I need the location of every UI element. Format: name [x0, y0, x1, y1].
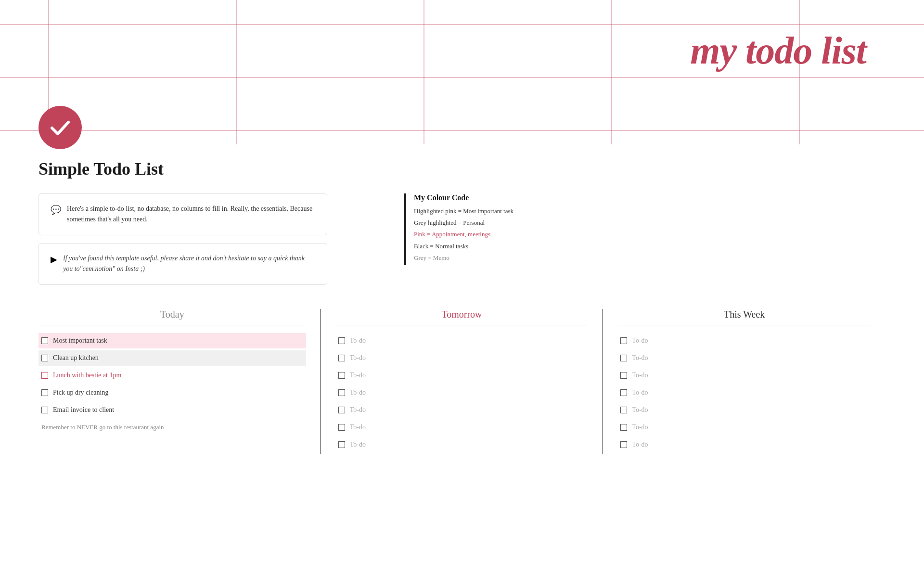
checkbox-tomorrow-7[interactable]	[338, 441, 345, 448]
todo-text-tomorrow-5: To-do	[350, 406, 366, 414]
info-box-2-text: If you've found this template useful, pl…	[63, 253, 315, 275]
todo-item-week-2: To-do	[617, 350, 871, 366]
colour-code-item-4: Black = Normal tasks	[414, 242, 539, 251]
todo-item-today-1: Most important task	[38, 333, 306, 348]
checkbox-week-5[interactable]	[620, 407, 627, 413]
colour-code-item-3: Pink = Appointment, meetings	[414, 230, 539, 239]
main-content: Simple Todo List 💬 Here's a simple to-do…	[0, 106, 924, 483]
todo-text-week-6: To-do	[632, 423, 648, 431]
info-box-description: 💬 Here's a simple to-do list, no databas…	[38, 193, 327, 235]
logo-icon	[38, 106, 82, 149]
todo-text-tomorrow-6: To-do	[350, 423, 366, 431]
todo-text-today-2: Clean up kitchen	[53, 354, 99, 362]
todo-item-tomorrow-5: To-do	[335, 402, 589, 418]
todo-text-tomorrow-7: To-do	[350, 441, 366, 449]
todo-item-tomorrow-6: To-do	[335, 420, 589, 435]
todo-text-week-7: To-do	[632, 441, 648, 449]
todo-item-week-4: To-do	[617, 385, 871, 400]
colour-code-item-2: Grey highlighted = Personal	[414, 218, 539, 227]
todo-text-tomorrow-4: To-do	[350, 389, 366, 397]
todo-item-today-5: Email invoice to client	[38, 402, 306, 418]
arrow-icon: ▶	[51, 254, 57, 265]
checkbox-week-7[interactable]	[620, 441, 627, 448]
todo-item-week-3: To-do	[617, 368, 871, 383]
app-title: Simple Todo List	[38, 159, 886, 179]
info-box-share: ▶ If you've found this template useful, …	[38, 243, 327, 285]
todo-text-tomorrow-3: To-do	[350, 372, 366, 379]
todo-col-this-week: This Week To-do To-do To-do To-do To-do	[603, 309, 886, 454]
chat-icon: 💬	[51, 205, 61, 215]
todo-item-tomorrow-7: To-do	[335, 437, 589, 452]
todo-col-today: Today Most important task Clean up kitch…	[38, 309, 321, 454]
tomorrow-title: Tomorrow	[335, 309, 589, 325]
info-box-2-content: ▶ If you've found this template useful, …	[51, 253, 315, 275]
todo-item-today-2: Clean up kitchen	[38, 350, 306, 366]
info-box-1-content: 💬 Here's a simple to-do list, no databas…	[51, 204, 315, 225]
checkmark-icon	[48, 115, 72, 140]
todo-text-tomorrow-1: To-do	[350, 337, 366, 345]
todo-col-tomorrow: Tomorrow To-do To-do To-do To-do To-do	[321, 309, 603, 454]
todo-item-tomorrow-4: To-do	[335, 385, 589, 400]
todo-text-today-1: Most important task	[53, 337, 107, 345]
checkbox-week-1[interactable]	[620, 337, 627, 344]
checkbox-today-3[interactable]	[41, 372, 48, 379]
checkbox-today-5[interactable]	[41, 407, 48, 413]
checkbox-week-2[interactable]	[620, 355, 627, 361]
todo-item-tomorrow-1: To-do	[335, 333, 589, 348]
todo-item-week-7: To-do	[617, 437, 871, 452]
todo-item-week-1: To-do	[617, 333, 871, 348]
grid-h-line	[0, 24, 924, 25]
todo-item-week-6: To-do	[617, 420, 871, 435]
checkbox-tomorrow-2[interactable]	[338, 355, 345, 361]
checkbox-today-2[interactable]	[41, 355, 48, 361]
grid-h-line	[0, 77, 924, 78]
info-box-1-text: Here's a simple to-do list, no database,…	[67, 204, 315, 225]
todo-text-tomorrow-2: To-do	[350, 354, 366, 362]
checkbox-tomorrow-1[interactable]	[338, 337, 345, 344]
checkbox-today-1[interactable]	[41, 337, 48, 344]
todo-text-week-5: To-do	[632, 406, 648, 414]
todo-text-today-5: Email invoice to client	[53, 406, 114, 414]
checkbox-tomorrow-4[interactable]	[338, 389, 345, 396]
todo-text-week-2: To-do	[632, 354, 648, 362]
today-title: Today	[38, 309, 306, 325]
todo-item-today-3: Lunch with bestie at 1pm	[38, 368, 306, 383]
page-title: my todo list	[690, 29, 866, 73]
checkbox-week-3[interactable]	[620, 372, 627, 379]
colour-code-title: My Colour Code	[414, 193, 539, 202]
checkbox-week-6[interactable]	[620, 424, 627, 431]
checkbox-today-4[interactable]	[41, 389, 48, 396]
info-and-code-row: 💬 Here's a simple to-do list, no databas…	[38, 193, 886, 285]
todo-text-week-4: To-do	[632, 389, 648, 397]
todo-text-today-3: Lunch with bestie at 1pm	[53, 372, 121, 379]
checkbox-week-4[interactable]	[620, 389, 627, 396]
todo-item-tomorrow-3: To-do	[335, 368, 589, 383]
checkbox-tomorrow-5[interactable]	[338, 407, 345, 413]
colour-code-panel: My Colour Code Highlighted pink = Most i…	[404, 193, 539, 265]
checkbox-tomorrow-6[interactable]	[338, 424, 345, 431]
todo-item-week-5: To-do	[617, 402, 871, 418]
todo-text-week-3: To-do	[632, 372, 648, 379]
this-week-title: This Week	[617, 309, 871, 325]
todo-section: Today Most important task Clean up kitch…	[38, 309, 886, 454]
colour-code-item-5: Grey = Memo	[414, 254, 539, 262]
memo-text-today: Remember to NEVER go to this restaurant …	[38, 420, 306, 435]
todo-text-week-1: To-do	[632, 337, 648, 345]
todo-text-today-4: Pick up dry cleaning	[53, 389, 108, 397]
info-boxes-column: 💬 Here's a simple to-do list, no databas…	[38, 193, 375, 285]
todo-item-today-4: Pick up dry cleaning	[38, 385, 306, 400]
checkbox-tomorrow-3[interactable]	[338, 372, 345, 379]
todo-item-tomorrow-2: To-do	[335, 350, 589, 366]
colour-code-item-1: Highlighted pink = Most important task	[414, 207, 539, 216]
